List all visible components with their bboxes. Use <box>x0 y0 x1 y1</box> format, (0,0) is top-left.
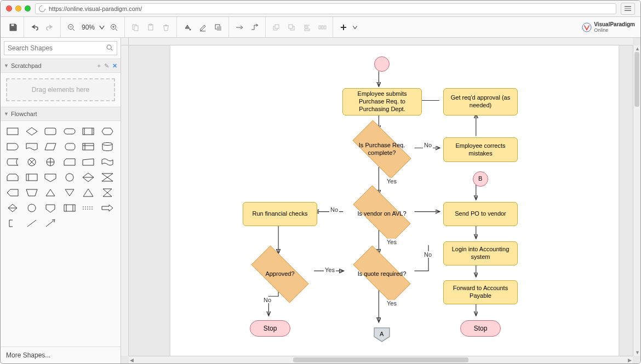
minimize-window-button[interactable] <box>15 5 21 11</box>
process-financial-checks[interactable]: Run financial checks <box>243 202 317 226</box>
process-forward-ap[interactable]: Forward to Accounts Payable <box>443 280 518 304</box>
shape-container[interactable] <box>62 202 77 214</box>
paste-button[interactable] <box>144 20 158 34</box>
shape-or[interactable] <box>43 156 58 168</box>
connector-a[interactable]: A <box>373 327 391 342</box>
shape-arrow-line[interactable] <box>43 217 58 229</box>
zoom-in-button[interactable] <box>107 20 121 34</box>
shape-offpage2[interactable] <box>5 202 20 214</box>
decision-req-complete[interactable]: Is Purchase Req. complete? <box>346 130 418 169</box>
shape-manual[interactable] <box>81 156 96 168</box>
scroll-right-icon[interactable]: ▶ <box>628 357 632 363</box>
distribute-button[interactable] <box>315 20 329 34</box>
scroll-thumb-v[interactable] <box>634 52 639 107</box>
shadow-button[interactable] <box>211 20 225 34</box>
shape-stored[interactable] <box>5 156 20 168</box>
shape-rounded[interactable] <box>43 125 58 137</box>
process-get-approval[interactable]: Get req'd approval (as needed) <box>443 88 518 115</box>
scroll-up-icon[interactable]: ▲ <box>635 46 640 51</box>
search-shapes-box[interactable] <box>4 41 117 55</box>
flowchart-header[interactable]: ▼ Flowchart <box>1 107 121 121</box>
shape-merge[interactable] <box>62 187 77 199</box>
shape-summing[interactable] <box>24 156 39 168</box>
address-bar[interactable]: https://online.visual-paradigm.com/ <box>35 3 616 14</box>
waypoint-style-button[interactable] <box>248 20 262 34</box>
reload-icon[interactable] <box>38 4 47 13</box>
horizontal-scrollbar[interactable]: ◀ ▶ <box>129 356 633 363</box>
align-button[interactable] <box>300 20 314 34</box>
delete-button[interactable] <box>159 20 173 34</box>
shape-triangle[interactable] <box>81 187 96 199</box>
process-login-accounting[interactable]: Login into Accounting system <box>443 241 518 265</box>
zoom-out-button[interactable] <box>64 20 78 34</box>
shape-subprocess[interactable] <box>81 125 96 137</box>
stop-node-2[interactable]: Stop <box>460 320 501 337</box>
maximize-window-button[interactable] <box>25 5 31 11</box>
decision-quote-required[interactable]: Is quote required? <box>346 256 418 292</box>
process-employee-submits[interactable]: Employee submits Purchase Req. to Purcha… <box>342 88 422 115</box>
canvas-area[interactable]: Employee submits Purchase Req. to Purcha… <box>121 38 640 363</box>
shape-loop-limit[interactable] <box>5 171 20 183</box>
shape-delay[interactable] <box>5 141 20 153</box>
scratchpad-header[interactable]: ▼ Scratchpad + ✎ ✕ <box>1 59 121 73</box>
decision-vendor-avl[interactable]: Is vendor on AVL? <box>346 196 418 232</box>
scroll-down-icon[interactable]: ▼ <box>635 350 640 355</box>
add-scratchpad-icon[interactable]: + <box>98 62 101 70</box>
shape-database[interactable] <box>100 141 115 153</box>
to-back-button[interactable] <box>284 20 299 34</box>
shape-sort[interactable] <box>81 171 96 183</box>
shape-internal[interactable] <box>81 141 96 153</box>
shape-manual-op[interactable] <box>24 187 39 199</box>
shape-predefined[interactable] <box>24 171 39 183</box>
close-scratchpad-icon[interactable]: ✕ <box>112 62 117 70</box>
shape-card[interactable] <box>62 156 77 168</box>
shape-pentagon[interactable] <box>43 202 58 214</box>
shape-line[interactable] <box>24 217 39 229</box>
zoom-level[interactable]: 90% <box>79 24 97 31</box>
edit-scratchpad-icon[interactable]: ✎ <box>104 62 109 70</box>
scratchpad-dropzone[interactable]: Drag elements here <box>6 78 115 101</box>
scroll-thumb-h[interactable] <box>293 357 468 362</box>
shape-circle[interactable] <box>24 202 39 214</box>
drawing-page[interactable]: Employee submits Purchase Req. to Purcha… <box>170 45 619 356</box>
shape-terminator[interactable] <box>62 125 77 137</box>
shape-arrow[interactable] <box>100 202 115 214</box>
copy-button[interactable] <box>128 20 142 34</box>
vertical-scrollbar[interactable]: ▲ ▼ <box>633 45 640 356</box>
undo-button[interactable] <box>27 20 42 34</box>
to-front-button[interactable] <box>269 20 283 34</box>
scroll-left-icon[interactable]: ◀ <box>130 357 134 363</box>
shape-data[interactable] <box>43 141 58 153</box>
shape-annotation[interactable] <box>5 217 20 229</box>
insert-button[interactable] <box>336 20 351 34</box>
zoom-dropdown[interactable] <box>98 20 106 34</box>
start-node[interactable] <box>374 56 390 72</box>
shape-display[interactable] <box>62 141 77 153</box>
search-shapes-input[interactable] <box>8 44 106 52</box>
line-color-button[interactable] <box>196 20 210 34</box>
shape-document[interactable] <box>24 141 39 153</box>
redo-button[interactable] <box>43 20 57 34</box>
shape-hourglass[interactable] <box>100 187 115 199</box>
more-shapes-button[interactable]: More Shapes... <box>1 346 121 363</box>
shape-process[interactable] <box>5 125 20 137</box>
shape-tape[interactable] <box>100 156 115 168</box>
shape-offpage[interactable] <box>43 171 58 183</box>
connector-b[interactable]: B <box>473 171 488 187</box>
process-correct-mistakes[interactable]: Employee corrects mistakes <box>443 137 518 162</box>
shape-display2[interactable] <box>5 187 20 199</box>
shape-bus[interactable] <box>81 202 96 214</box>
stop-node-1[interactable]: Stop <box>250 320 290 337</box>
shape-preparation[interactable] <box>100 125 115 137</box>
shape-connector[interactable] <box>62 171 77 183</box>
shape-collate[interactable] <box>100 171 115 183</box>
brand-logo[interactable]: VisualParadigm Online <box>582 22 635 33</box>
save-button[interactable] <box>6 20 20 34</box>
insert-dropdown[interactable] <box>352 20 358 34</box>
fill-color-button[interactable] <box>180 20 194 34</box>
search-icon[interactable] <box>106 44 113 53</box>
close-window-button[interactable] <box>6 5 12 11</box>
shape-decision[interactable] <box>24 125 39 137</box>
menu-button[interactable] <box>621 3 635 15</box>
connection-style-button[interactable] <box>232 20 247 34</box>
